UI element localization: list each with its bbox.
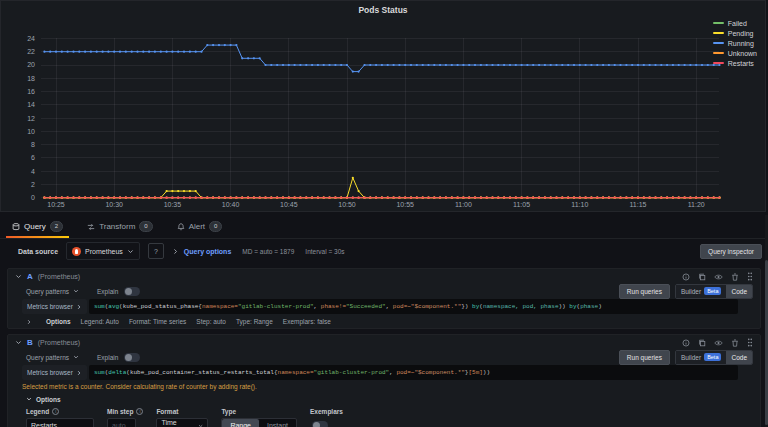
explain-label: Explain <box>97 288 118 295</box>
query-actions <box>682 338 753 347</box>
legend-series-label: Running <box>728 40 754 47</box>
collapse-icon[interactable] <box>15 273 22 280</box>
interval-stat: Interval = 30s <box>305 248 344 255</box>
info-icon: i <box>52 408 59 415</box>
tab-label: Query <box>24 222 46 231</box>
info-icon[interactable] <box>682 273 690 281</box>
legend-series-label: Restarts <box>728 60 754 67</box>
min-step-input[interactable]: auto <box>107 418 136 427</box>
format-select[interactable]: Time series <box>156 418 208 427</box>
query-patterns-dropdown[interactable]: Query patterns <box>26 354 69 361</box>
tab-label: Alert <box>189 222 205 231</box>
query-options-summary[interactable]: Options Legend: Auto Format: Time series… <box>8 315 760 328</box>
legend-item-pending[interactable]: Pending <box>713 28 757 38</box>
legend-item-running[interactable]: Running <box>713 38 757 48</box>
svg-text:2: 2 <box>31 181 35 188</box>
info-icon: i <box>136 408 143 415</box>
query-options-toggle[interactable]: Query options MD = auto = 1879 Interval … <box>172 248 345 255</box>
svg-text:16: 16 <box>27 88 35 95</box>
legend-input[interactable]: Restarts <box>26 418 94 427</box>
explain-toggle[interactable] <box>124 353 140 362</box>
code-mode-button[interactable]: Code <box>726 285 752 298</box>
duplicate-icon[interactable] <box>698 339 706 347</box>
query-row-a: A (Prometheus) Query patterns Explain Ru… <box>7 268 761 329</box>
database-icon <box>12 223 20 231</box>
svg-text:10:35: 10:35 <box>164 201 182 208</box>
svg-text:11:15: 11:15 <box>630 201 647 208</box>
query-patterns-dropdown[interactable]: Query patterns <box>26 288 69 295</box>
query-expression[interactable]: sum(delta(kube_pod_container_status_rest… <box>89 365 738 380</box>
counter-warning: Selected metric is a counter. Consider c… <box>8 381 760 392</box>
query-options-label: Query options <box>184 248 231 255</box>
eye-icon[interactable] <box>714 339 723 347</box>
legend-item-restarts[interactable]: Restarts <box>713 58 757 68</box>
svg-text:10: 10 <box>27 128 35 135</box>
trash-icon[interactable] <box>731 273 739 281</box>
type-field-group: Type Range Instant <box>221 407 297 427</box>
legend-field-group: Legendi Restarts <box>26 407 94 427</box>
builder-mode-button[interactable]: Builder Beta <box>676 285 727 298</box>
chevron-down-icon <box>73 288 79 294</box>
svg-text:20: 20 <box>27 61 35 68</box>
svg-text:10:30: 10:30 <box>105 201 123 208</box>
svg-text:11:10: 11:10 <box>571 201 588 208</box>
chevron-right-icon <box>26 319 32 325</box>
query-datasource-name: (Prometheus) <box>38 339 80 346</box>
chart-legend: FailedPendingRunningUnknownRestarts <box>713 18 757 68</box>
exemplars-field-group: Exemplars <box>310 407 343 427</box>
svg-text:24: 24 <box>27 35 35 42</box>
tab-label: Transform <box>99 222 135 231</box>
svg-text:18: 18 <box>27 75 35 82</box>
info-icon[interactable] <box>682 339 690 347</box>
eye-icon[interactable] <box>714 273 723 281</box>
run-queries-button[interactable]: Run queries <box>619 284 670 299</box>
drag-handle-icon[interactable] <box>747 338 753 347</box>
code-mode-button[interactable]: Code <box>726 351 752 364</box>
ref-id[interactable]: A <box>27 272 33 281</box>
explain-label: Explain <box>97 354 118 361</box>
exemplars-stat: Exemplars: false <box>283 318 331 325</box>
legend-field-label: Legend <box>26 408 49 415</box>
type-segmented-control: Range Instant <box>221 418 297 427</box>
svg-text:0: 0 <box>31 194 35 201</box>
metrics-browser-toggle[interactable]: Metrics browser <box>22 365 87 380</box>
tab-query[interactable]: Query 2 <box>4 221 71 238</box>
chevron-down-icon <box>26 396 32 402</box>
type-instant-button[interactable]: Instant <box>259 419 296 427</box>
tab-alert[interactable]: Alert 0 <box>169 221 231 238</box>
query-inspector-button[interactable]: Query inspector <box>700 244 762 259</box>
datasource-picker[interactable]: Prometheus <box>66 242 140 260</box>
exemplars-toggle[interactable] <box>312 421 328 427</box>
run-queries-button[interactable]: Run queries <box>619 350 670 365</box>
legend-item-failed[interactable]: Failed <box>713 18 757 28</box>
trash-icon[interactable] <box>731 339 739 347</box>
time-series-chart: 02468101214161820222410:2510:3010:3510:4… <box>1 1 768 213</box>
beta-badge: Beta <box>704 353 721 361</box>
legend-series-label: Unknown <box>728 50 757 57</box>
panel-editor-tabs: Query 2 Transform 0 Alert 0 <box>0 215 768 239</box>
drag-handle-icon[interactable] <box>747 272 753 281</box>
beta-badge: Beta <box>704 287 721 295</box>
tab-transform[interactable]: Transform 0 <box>79 221 161 238</box>
chevron-down-icon <box>127 248 134 255</box>
builder-mode-button[interactable]: Builder Beta <box>676 351 727 364</box>
svg-text:4: 4 <box>31 168 35 175</box>
duplicate-icon[interactable] <box>698 273 706 281</box>
explain-toggle[interactable] <box>124 287 140 296</box>
svg-text:14: 14 <box>27 101 35 108</box>
collapse-icon[interactable] <box>15 339 22 346</box>
metrics-browser-toggle[interactable]: Metrics browser <box>22 299 87 314</box>
pods-status-panel: Pods Status 02468101214161820222410:2510… <box>0 0 766 212</box>
type-stat: Type: Range <box>236 318 273 325</box>
query-expression[interactable]: sum(avg(kube_pod_status_phase{namespace=… <box>89 299 738 314</box>
datasource-help-button[interactable]: ? <box>148 243 164 259</box>
type-range-button[interactable]: Range <box>222 419 259 427</box>
options-collapse-header[interactable]: Options <box>8 393 760 405</box>
datasource-value: Prometheus <box>85 248 123 255</box>
legend-series-swatch <box>713 62 724 64</box>
legend-series-label: Failed <box>728 20 747 27</box>
legend-item-unknown[interactable]: Unknown <box>713 48 757 58</box>
transform-count-badge: 0 <box>139 221 152 232</box>
format-stat: Format: Time series <box>129 318 186 325</box>
ref-id[interactable]: B <box>27 338 33 347</box>
